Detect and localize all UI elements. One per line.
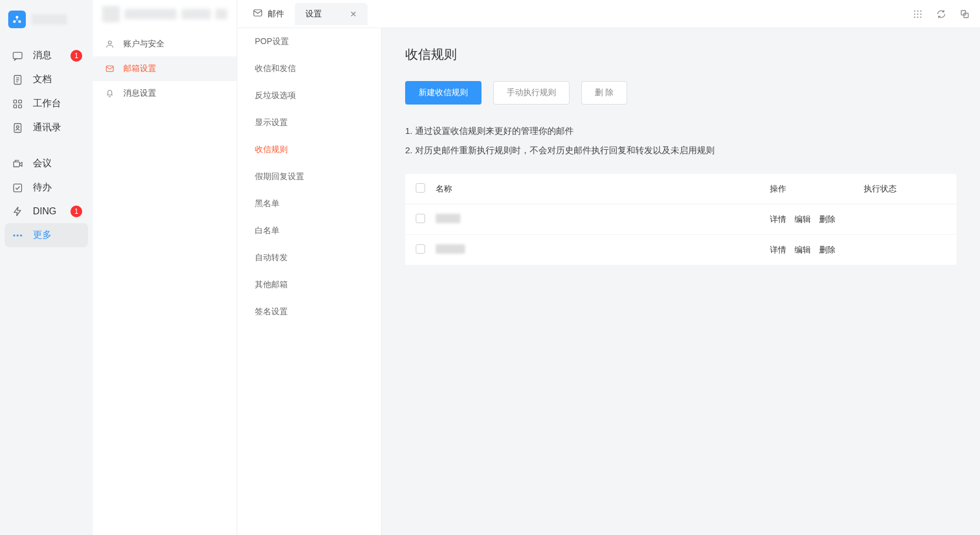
svg-rect-3	[14, 52, 22, 59]
desc-line: 1. 通过设置收信规则来更好的管理你的邮件	[405, 121, 957, 140]
table-row: 详情 编辑 删除	[405, 235, 957, 265]
user-icon	[105, 39, 115, 49]
bolt-icon	[12, 206, 23, 217]
page-title: 收信规则	[405, 46, 957, 63]
settings-label: 账户与安全	[123, 39, 164, 49]
row-checkbox[interactable]	[416, 244, 425, 254]
description: 1. 通过设置收信规则来更好的管理你的邮件 2. 对历史邮件重新执行规则时，不会…	[405, 121, 957, 160]
apps-icon[interactable]	[912, 8, 924, 20]
logo-text	[32, 14, 67, 25]
tab-settings[interactable]: 设置 ✕	[295, 3, 368, 25]
new-rule-button[interactable]: 新建收信规则	[405, 81, 481, 105]
tab-mail[interactable]: 邮件	[242, 2, 295, 26]
mail-setting-vacation[interactable]: 假期回复设置	[237, 163, 381, 190]
rule-name	[436, 244, 770, 255]
contacts-icon	[12, 122, 23, 134]
ding-badge: 1	[70, 206, 82, 217]
settings-account[interactable]: 账户与安全	[93, 32, 237, 56]
nav-docs[interactable]: 文档	[0, 68, 93, 92]
row-checkbox[interactable]	[416, 214, 425, 223]
mail-setting-signature[interactable]: 签名设置	[237, 298, 381, 325]
nav-meeting[interactable]: 会议	[0, 152, 93, 176]
svg-point-23	[920, 13, 921, 14]
nav-label: 会议	[33, 157, 52, 170]
settings-notifications[interactable]: 消息设置	[93, 81, 237, 106]
mail-setting-pop[interactable]: POP设置	[237, 28, 381, 55]
table-row: 详情 编辑 删除	[405, 204, 957, 235]
settings-label: 邮箱设置	[123, 63, 156, 74]
edit-link[interactable]: 编辑	[794, 214, 811, 225]
svg-rect-6	[19, 100, 22, 103]
nav-more[interactable]: 更多	[5, 223, 88, 247]
primary-nav: 消息 1 文档 工作台 通讯录 会议 待办 DING 1 更多	[0, 0, 93, 535]
svg-rect-5	[14, 100, 16, 103]
table-header: 名称 操作 执行状态	[405, 174, 957, 204]
nav-workspace[interactable]: 工作台	[0, 92, 93, 116]
mail-setting-spam[interactable]: 反垃圾选项	[237, 82, 381, 109]
mail-setting-whitelist[interactable]: 白名单	[237, 217, 381, 244]
delete-link[interactable]: 删除	[819, 214, 836, 225]
logo-icon	[8, 11, 26, 28]
delete-link[interactable]: 删除	[819, 245, 836, 255]
mail-setting-othermail[interactable]: 其他邮箱	[237, 271, 381, 298]
tab-bar: 邮件 设置 ✕	[237, 0, 980, 28]
top-actions	[912, 8, 971, 20]
tab-label: 设置	[305, 9, 322, 19]
nav-contacts[interactable]: 通讯录	[0, 116, 93, 140]
svg-point-0	[16, 16, 19, 19]
nav-messages[interactable]: 消息 1	[0, 43, 93, 68]
svg-rect-11	[14, 184, 21, 191]
col-status-header: 执行状态	[864, 184, 946, 194]
nav-label: 通讯录	[33, 122, 61, 134]
svg-rect-17	[254, 10, 262, 16]
svg-rect-16	[106, 66, 113, 71]
svg-point-20	[920, 10, 921, 11]
settings-nav: 账户与安全 邮箱设置 消息设置	[93, 0, 237, 535]
video-icon	[12, 158, 23, 170]
chat-icon	[12, 50, 23, 62]
popout-icon[interactable]	[959, 8, 971, 20]
mail-setting-receive-rules[interactable]: 收信规则	[237, 136, 381, 163]
svg-point-15	[108, 41, 111, 44]
mail-setting-display[interactable]: 显示设置	[237, 109, 381, 136]
manual-execute-button[interactable]: 手动执行规则	[493, 81, 570, 105]
envelope-icon	[252, 8, 263, 20]
nav-ding[interactable]: DING 1	[0, 200, 93, 223]
svg-rect-8	[19, 105, 22, 107]
nav-label: 文档	[33, 73, 52, 86]
svg-rect-27	[961, 11, 966, 15]
nav-label: 更多	[33, 229, 52, 241]
nav-label: 工作台	[33, 97, 61, 110]
more-icon	[12, 230, 23, 241]
grid-icon	[12, 98, 23, 110]
refresh-icon[interactable]	[935, 8, 947, 20]
svg-point-13	[16, 234, 18, 236]
tab-label: 邮件	[268, 9, 284, 19]
bell-icon	[105, 88, 115, 99]
app-logo[interactable]	[0, 6, 93, 33]
settings-mail[interactable]: 邮箱设置	[93, 56, 237, 81]
nav-todo[interactable]: 待办	[0, 176, 93, 200]
svg-point-24	[914, 16, 915, 18]
svg-rect-28	[964, 13, 969, 18]
close-icon[interactable]: ✕	[350, 9, 357, 19]
col-name-header: 名称	[436, 184, 770, 194]
svg-point-10	[16, 126, 19, 128]
mail-settings-nav: POP设置 收信和发信 反垃圾选项 显示设置 收信规则 假期回复设置 黑名单 白…	[237, 28, 382, 535]
edit-link[interactable]: 编辑	[794, 245, 811, 255]
mail-setting-blacklist[interactable]: 黑名单	[237, 190, 381, 217]
mail-setting-sendreceive[interactable]: 收信和发信	[237, 55, 381, 82]
mail-setting-autoforward[interactable]: 自动转发	[237, 244, 381, 271]
delete-button[interactable]: 删 除	[581, 81, 627, 105]
nav-label: 待办	[33, 181, 52, 194]
main-content: 收信规则 新建收信规则 手动执行规则 删 除 1. 通过设置收信规则来更好的管理…	[382, 28, 980, 535]
select-all-checkbox[interactable]	[416, 183, 425, 193]
detail-link[interactable]: 详情	[770, 245, 786, 255]
messages-badge: 1	[70, 50, 82, 62]
settings-label: 消息设置	[123, 88, 156, 99]
detail-link[interactable]: 详情	[770, 214, 786, 225]
svg-point-14	[20, 234, 22, 236]
rules-table: 名称 操作 执行状态 详情 编辑 删除	[405, 174, 957, 265]
action-buttons: 新建收信规则 手动执行规则 删 除	[405, 81, 957, 105]
doc-icon	[12, 74, 23, 86]
